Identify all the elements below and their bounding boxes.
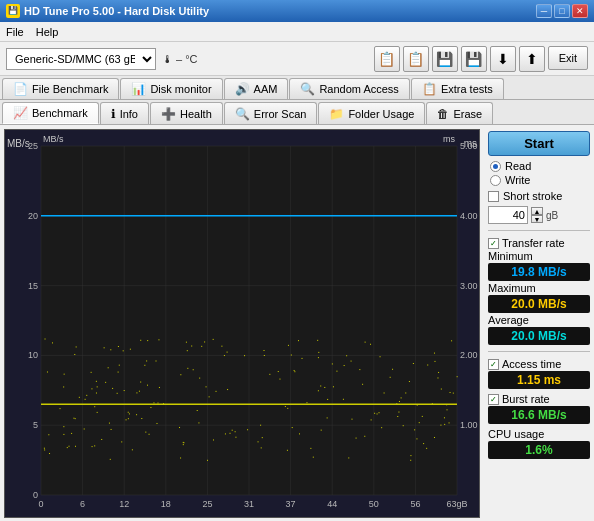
- health-icon: ➕: [161, 107, 176, 121]
- tab-file-benchmark[interactable]: 📄 File Benchmark: [2, 78, 119, 99]
- info-icon: ℹ: [111, 107, 116, 121]
- cpu-usage-label: CPU usage: [488, 428, 590, 440]
- disk-monitor-icon: 📊: [131, 82, 146, 96]
- window-title: HD Tune Pro 5.00 - Hard Disk Utility: [24, 5, 209, 17]
- access-time-block: ✓ Access time 1.15 ms: [488, 358, 590, 389]
- burst-rate-block: ✓ Burst rate 16.6 MB/s: [488, 393, 590, 424]
- minimum-value: 19.8 MB/s: [488, 263, 590, 281]
- write-label: Write: [505, 174, 530, 186]
- burst-rate-checkbox[interactable]: ✓: [488, 394, 499, 405]
- tab-benchmark[interactable]: 📈 Benchmark: [2, 102, 99, 124]
- divider-2: [488, 351, 590, 352]
- temperature-display: 🌡 – °C: [162, 53, 198, 65]
- tab-folder-usage[interactable]: 📁 Folder Usage: [318, 102, 425, 124]
- error-scan-icon: 🔍: [235, 107, 250, 121]
- extra-tests-icon: 📋: [422, 82, 437, 96]
- main-content: MB/s ms Start Read Write Short stroke: [0, 125, 594, 521]
- read-radio-dot: [493, 164, 498, 169]
- cpu-usage-value: 1.6%: [488, 441, 590, 459]
- aam-icon: 🔊: [235, 82, 250, 96]
- maximum-value: 20.0 MB/s: [488, 295, 590, 313]
- close-button[interactable]: ✕: [572, 4, 588, 18]
- stroke-input-row: ▲ ▼ gB: [488, 206, 590, 224]
- toolbar-btn-1[interactable]: 📋: [374, 46, 400, 72]
- short-stroke-checkbox[interactable]: Short stroke: [488, 190, 590, 202]
- stroke-value-input[interactable]: [488, 206, 528, 224]
- short-stroke-check: [488, 191, 499, 202]
- maximum-label: Maximum: [488, 282, 590, 294]
- read-radio-circle: [490, 161, 501, 172]
- stroke-gb-label: gB: [546, 210, 558, 221]
- read-write-group: Read Write: [488, 160, 590, 186]
- start-button[interactable]: Start: [488, 131, 590, 156]
- minimize-button[interactable]: ─: [536, 4, 552, 18]
- menu-bar: File Help: [0, 22, 594, 42]
- toolbar-btn-2[interactable]: 📋: [403, 46, 429, 72]
- tab-error-scan[interactable]: 🔍 Error Scan: [224, 102, 318, 124]
- access-time-value: 1.15 ms: [488, 371, 590, 389]
- average-value: 20.0 MB/s: [488, 327, 590, 345]
- transfer-rate-checkbox[interactable]: ✓: [488, 238, 499, 249]
- stroke-up-btn[interactable]: ▲: [531, 207, 543, 215]
- stroke-spin: ▲ ▼: [531, 207, 543, 223]
- divider-1: [488, 230, 590, 231]
- benchmark-icon: 📈: [13, 106, 28, 120]
- benchmark-chart: [5, 130, 479, 517]
- toolbar-btn-6[interactable]: ⬆: [519, 46, 545, 72]
- transfer-rate-label: Transfer rate: [502, 237, 565, 249]
- exit-button[interactable]: Exit: [548, 46, 588, 70]
- erase-icon: 🗑: [437, 107, 449, 121]
- access-time-checkbox[interactable]: ✓: [488, 359, 499, 370]
- tab-health[interactable]: ➕ Health: [150, 102, 223, 124]
- transfer-rate-block: ✓ Transfer rate Minimum 19.8 MB/s Maximu…: [488, 237, 590, 345]
- burst-rate-value: 16.6 MB/s: [488, 406, 590, 424]
- random-access-icon: 🔍: [300, 82, 315, 96]
- write-radio[interactable]: Write: [490, 174, 590, 186]
- read-radio[interactable]: Read: [490, 160, 590, 172]
- file-menu[interactable]: File: [6, 26, 24, 38]
- right-panel: Start Read Write Short stroke ▲ ▼: [484, 125, 594, 521]
- tabs-row2: 📈 Benchmark ℹ Info ➕ Health 🔍 Error Scan…: [0, 100, 594, 125]
- short-stroke-label: Short stroke: [503, 190, 562, 202]
- stroke-down-btn[interactable]: ▼: [531, 215, 543, 223]
- chart-area: MB/s ms: [4, 129, 480, 518]
- tab-extra-tests[interactable]: 📋 Extra tests: [411, 78, 504, 99]
- file-benchmark-icon: 📄: [13, 82, 28, 96]
- tab-erase[interactable]: 🗑 Erase: [426, 102, 493, 124]
- average-label: Average: [488, 314, 590, 326]
- drive-selector[interactable]: Generic-SD/MMC (63 gB): [6, 48, 156, 70]
- title-bar: 💾 HD Tune Pro 5.00 - Hard Disk Utility ─…: [0, 0, 594, 22]
- toolbar-btn-5[interactable]: ⬇: [490, 46, 516, 72]
- temp-value: – °C: [176, 53, 198, 65]
- maximize-button[interactable]: □: [554, 4, 570, 18]
- read-label: Read: [505, 160, 531, 172]
- tab-disk-monitor[interactable]: 📊 Disk monitor: [120, 78, 222, 99]
- toolbar-btn-4[interactable]: 💾: [461, 46, 487, 72]
- toolbar: Generic-SD/MMC (63 gB) 🌡 – °C 📋 📋 💾 💾 ⬇ …: [0, 42, 594, 76]
- help-menu[interactable]: Help: [36, 26, 59, 38]
- burst-rate-label: Burst rate: [502, 393, 550, 405]
- folder-usage-icon: 📁: [329, 107, 344, 121]
- toolbar-btn-3[interactable]: 💾: [432, 46, 458, 72]
- minimum-label: Minimum: [488, 250, 590, 262]
- write-radio-circle: [490, 175, 501, 186]
- thermometer-icon: 🌡: [162, 53, 173, 65]
- tab-aam[interactable]: 🔊 AAM: [224, 78, 289, 99]
- cpu-usage-block: CPU usage 1.6%: [488, 428, 590, 459]
- tabs-row1: 📄 File Benchmark 📊 Disk monitor 🔊 AAM 🔍 …: [0, 76, 594, 100]
- tab-random-access[interactable]: 🔍 Random Access: [289, 78, 409, 99]
- tab-info[interactable]: ℹ Info: [100, 102, 149, 124]
- app-icon: 💾: [6, 4, 20, 18]
- toolbar-icons: 📋 📋 💾 💾 ⬇ ⬆ Exit: [374, 46, 588, 72]
- access-time-label: Access time: [502, 358, 561, 370]
